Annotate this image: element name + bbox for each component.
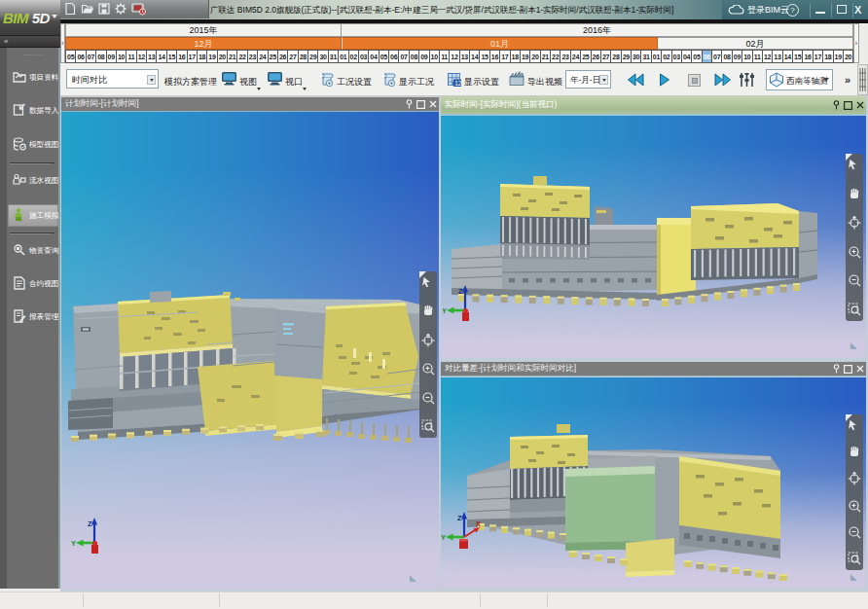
svg-text:12: 12 <box>454 80 462 87</box>
